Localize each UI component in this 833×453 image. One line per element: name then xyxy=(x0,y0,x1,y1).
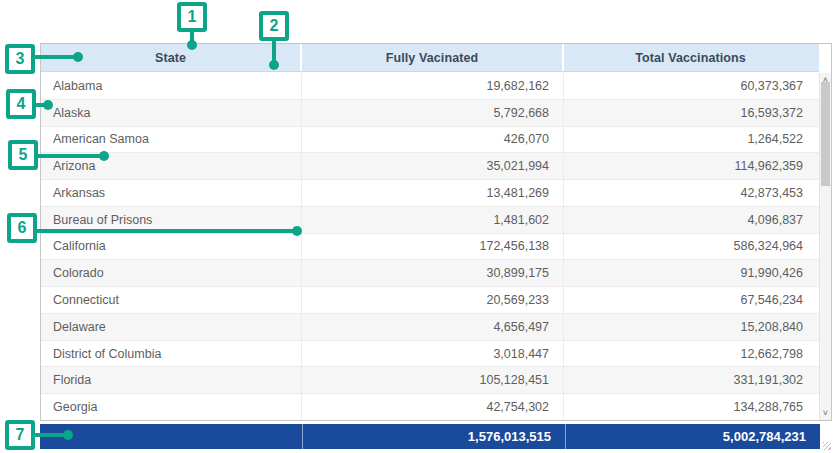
table-row: American Samoa 426,070 1,264,522 xyxy=(41,127,819,154)
callout-6-dot xyxy=(292,226,302,236)
total-vaccinations-cell: 15,208,840 xyxy=(564,314,817,340)
callout-5: 5 xyxy=(8,140,38,170)
fully-vacinated-cell: 42,754,302 xyxy=(302,394,564,420)
state-cell: Delaware xyxy=(41,314,302,340)
state-cell: Alabama xyxy=(41,73,302,99)
callout-2-line xyxy=(272,38,276,62)
state-cell: District of Columbia xyxy=(41,341,302,367)
callout-6-line xyxy=(34,229,294,233)
fully-vacinated-cell: 1,481,602 xyxy=(302,207,564,233)
state-cell: American Samoa xyxy=(41,127,302,153)
totals-total-vaccinations-cell: 5,002,784,231 xyxy=(565,424,820,449)
fully-vacinated-cell: 172,456,138 xyxy=(302,234,564,260)
fully-vacinated-cell: 13,481,269 xyxy=(302,180,564,206)
table-row: Colorado 30,899,175 91,990,426 xyxy=(41,260,819,287)
total-vaccinations-cell: 42,873,453 xyxy=(564,180,817,206)
callout-4: 4 xyxy=(6,89,36,119)
fully-vacinated-cell: 35,021,994 xyxy=(302,153,564,179)
table-row: Alaska 5,792,668 16,593,372 xyxy=(41,100,819,127)
total-vaccinations-cell: 67,546,234 xyxy=(564,287,817,313)
fully-vacinated-cell: 3,018,447 xyxy=(302,341,564,367)
fully-vacinated-cell: 426,070 xyxy=(302,127,564,153)
callout-7-dot xyxy=(63,430,73,440)
total-vaccinations-cell: 12,662,798 xyxy=(564,341,817,367)
resize-grip-icon xyxy=(823,442,831,450)
table-row: District of Columbia 3,018,447 12,662,79… xyxy=(41,341,819,368)
callout-2: 2 xyxy=(259,11,289,41)
callout-4-dot xyxy=(43,100,53,110)
state-cell: Colorado xyxy=(41,260,302,286)
total-vaccinations-cell: 114,962,359 xyxy=(564,153,817,179)
column-header-fully-vacinated: Fully Vacinated xyxy=(302,44,564,71)
page: State Fully Vacinated Total Vaccinations… xyxy=(0,0,833,453)
state-cell: Connecticut xyxy=(41,287,302,313)
table-row: California 172,456,138 586,324,964 xyxy=(41,234,819,261)
fully-vacinated-cell: 4,656,497 xyxy=(302,314,564,340)
total-vaccinations-cell: 134,288,765 xyxy=(564,394,817,420)
callout-6: 6 xyxy=(7,213,37,243)
total-vaccinations-cell: 1,264,522 xyxy=(564,127,817,153)
state-cell: Georgia xyxy=(41,394,302,420)
callout-3-dot xyxy=(73,52,83,62)
state-cell: Alaska xyxy=(41,100,302,126)
callout-3: 3 xyxy=(5,44,35,74)
total-vaccinations-cell: 60,373,367 xyxy=(564,73,817,99)
table-row: Delaware 4,656,497 15,208,840 xyxy=(41,314,819,341)
table-header-row: State Fully Vacinated Total Vaccinations xyxy=(41,44,819,72)
table-row: Arkansas 13,481,269 42,873,453 xyxy=(41,180,819,207)
totals-fully-vacinated-cell: 1,576,013,515 xyxy=(302,424,565,449)
vertical-scrollbar[interactable]: ˄ ˅ xyxy=(819,73,831,420)
fully-vacinated-cell: 20,569,233 xyxy=(302,287,564,313)
fully-vacinated-cell: 105,128,451 xyxy=(302,367,564,393)
callout-3-line xyxy=(32,55,76,59)
table-row: Arizona 35,021,994 114,962,359 xyxy=(41,153,819,180)
scrollbar-thumb[interactable] xyxy=(821,82,830,186)
total-vaccinations-cell: 4,096,837 xyxy=(564,207,817,233)
table-body: Alabama 19,682,162 60,373,367 Alaska 5,7… xyxy=(41,73,819,420)
table-row: Georgia 42,754,302 134,288,765 xyxy=(41,394,819,420)
totals-state-cell xyxy=(40,424,302,449)
fully-vacinated-cell: 19,682,162 xyxy=(302,73,564,99)
scroll-down-icon[interactable]: ˅ xyxy=(820,406,831,420)
callout-7: 7 xyxy=(5,420,35,450)
fully-vacinated-cell: 30,899,175 xyxy=(302,260,564,286)
state-cell: Arkansas xyxy=(41,180,302,206)
callout-7-line xyxy=(32,433,65,437)
column-header-total-vaccinations: Total Vaccinations xyxy=(564,44,817,71)
total-vaccinations-cell: 331,191,302 xyxy=(564,367,817,393)
callout-1-dot xyxy=(187,40,197,50)
table-row: Connecticut 20,569,233 67,546,234 xyxy=(41,287,819,314)
totals-row: 1,576,013,515 5,002,784,231 xyxy=(40,424,820,449)
callout-1: 1 xyxy=(177,2,207,32)
total-vaccinations-cell: 91,990,426 xyxy=(564,260,817,286)
state-cell: Florida xyxy=(41,367,302,393)
callout-5-line xyxy=(35,154,101,158)
callout-2-dot xyxy=(269,60,279,70)
total-vaccinations-cell: 586,324,964 xyxy=(564,234,817,260)
table-row: Florida 105,128,451 331,191,302 xyxy=(41,367,819,394)
table-row: Alabama 19,682,162 60,373,367 xyxy=(41,73,819,100)
fully-vacinated-cell: 5,792,668 xyxy=(302,100,564,126)
callout-5-dot xyxy=(99,151,109,161)
total-vaccinations-cell: 16,593,372 xyxy=(564,100,817,126)
state-cell: California xyxy=(41,234,302,260)
